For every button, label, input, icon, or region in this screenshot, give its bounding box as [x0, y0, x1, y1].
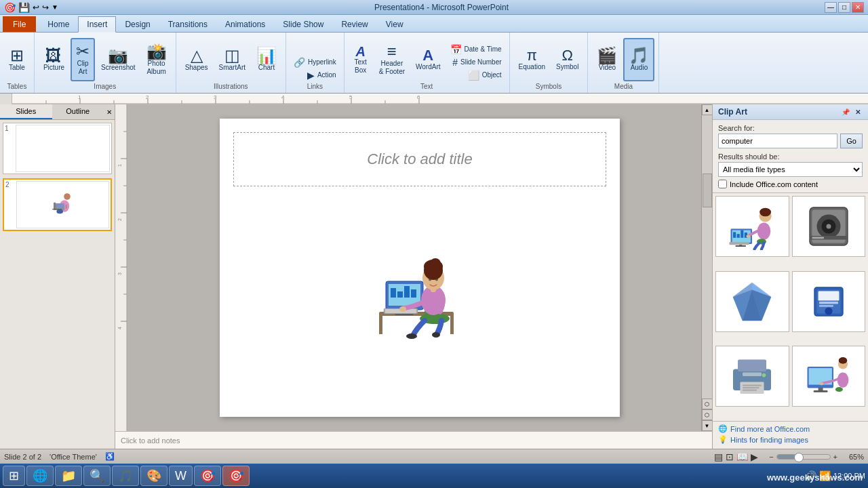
- tab-slideshow[interactable]: Slide Show: [274, 16, 332, 32]
- volume-icon[interactable]: 🔊: [805, 470, 816, 481]
- tab-review[interactable]: Review: [332, 16, 376, 32]
- insert-smartart-button[interactable]: ◫ SmartArt: [214, 38, 250, 81]
- slideshow-button[interactable]: ▶: [751, 451, 758, 462]
- scroll-down-button[interactable]: ▼: [702, 420, 713, 431]
- textbox-label: TextBox: [355, 58, 367, 75]
- include-office-checkbox[interactable]: [718, 180, 727, 188]
- search-input[interactable]: [718, 134, 837, 148]
- paint-button[interactable]: 🎨: [140, 466, 167, 486]
- insert-chart-button[interactable]: 📊 Chart: [252, 38, 281, 81]
- clipart-pin-button[interactable]: 📌: [840, 108, 852, 117]
- panel-close-button[interactable]: ✕: [104, 104, 115, 119]
- insert-hyperlink-button[interactable]: 🔗 Hyperlink: [290, 56, 340, 68]
- slide-sorter-button[interactable]: ⊡: [726, 451, 734, 462]
- normal-view-button[interactable]: ▤: [714, 451, 723, 462]
- quick-save[interactable]: 💾: [18, 2, 30, 13]
- quick-dropdown[interactable]: ▼: [52, 3, 58, 11]
- office-link[interactable]: 🌐 Find more at Office.com: [718, 424, 863, 433]
- ie-button[interactable]: 🌐: [26, 466, 54, 486]
- results-type-dropdown[interactable]: All media file types: [718, 162, 863, 177]
- tab-transitions[interactable]: Transitions: [159, 16, 216, 32]
- zoom-out-button[interactable]: −: [769, 453, 773, 461]
- symbol-icon: Ω: [562, 48, 573, 63]
- clipart-item-6[interactable]: [792, 346, 866, 407]
- header-label: Header& Footer: [379, 60, 405, 76]
- vertical-scrollbar[interactable]: ▲ ⬡ ⬡ ▼: [701, 104, 712, 431]
- zoom-slider[interactable]: [776, 454, 831, 460]
- close-button[interactable]: ✕: [852, 2, 864, 13]
- start-button[interactable]: ⊞: [3, 466, 25, 486]
- illustrations-group-label: Illustrations: [214, 83, 248, 90]
- main-area: Slides Outline ✕ 1 2: [0, 104, 868, 449]
- svg-rect-74: [730, 242, 749, 245]
- outline-tab[interactable]: Outline: [52, 104, 104, 119]
- scroll-resize-top[interactable]: ⬡: [702, 399, 713, 409]
- insert-audio-button[interactable]: 🎵 Audio: [623, 38, 654, 81]
- svg-rect-25: [66, 205, 66, 209]
- zoom-in-button[interactable]: +: [833, 453, 837, 461]
- word-button[interactable]: W: [169, 466, 193, 486]
- ribbon-group-links: 🔗 Hyperlink ▶ Action Links: [286, 33, 344, 93]
- insert-shapes-button[interactable]: △ Shapes: [180, 38, 213, 81]
- insert-textbox-button[interactable]: A TextBox: [349, 38, 373, 81]
- insert-video-button[interactable]: 🎬 Video: [592, 38, 622, 81]
- insert-clipart-button[interactable]: ✂ ClipArt: [71, 38, 95, 81]
- winamp-button[interactable]: 🎯: [194, 466, 221, 486]
- maximize-button[interactable]: □: [838, 2, 850, 13]
- tab-animations[interactable]: Animations: [216, 16, 274, 32]
- quick-undo[interactable]: ↩: [33, 3, 39, 12]
- scroll-resize-bottom[interactable]: ⬡: [702, 409, 713, 420]
- slide-thumb-2[interactable]: 2: [3, 178, 112, 231]
- insert-action-button[interactable]: ▶ Action: [290, 69, 340, 81]
- slides-tabs: Slides Outline ✕: [0, 104, 115, 120]
- title-placeholder[interactable]: Click to add title: [233, 132, 606, 186]
- zoom-level[interactable]: 65%: [840, 453, 864, 461]
- quick-redo[interactable]: ↪: [42, 3, 49, 12]
- zoom-thumb[interactable]: [794, 453, 804, 462]
- media-button[interactable]: 🎵: [112, 466, 139, 486]
- insert-slidenum-button[interactable]: # Slide Number: [447, 56, 505, 68]
- insert-photo-button[interactable]: 📸 PhotoAlbum: [142, 38, 172, 81]
- tab-view[interactable]: View: [377, 16, 412, 32]
- go-button[interactable]: Go: [840, 134, 863, 148]
- tab-design[interactable]: Design: [116, 16, 159, 32]
- insert-object-button[interactable]: ⬜ Object: [447, 69, 505, 81]
- tab-file[interactable]: File: [3, 16, 36, 32]
- insert-datetime-button[interactable]: 📅 Date & Time: [447, 43, 505, 56]
- reading-view-button[interactable]: 📖: [736, 451, 748, 462]
- explorer-button[interactable]: 📁: [55, 466, 82, 486]
- powerpoint-taskbar-button[interactable]: 🎯: [222, 466, 250, 486]
- tab-insert[interactable]: Insert: [78, 16, 116, 33]
- clipart-item-3[interactable]: [715, 271, 789, 332]
- scroll-up-button[interactable]: ▲: [702, 104, 713, 115]
- clipart-item-1[interactable]: [715, 196, 789, 257]
- search-button[interactable]: 🔍: [83, 466, 111, 486]
- insert-header-button[interactable]: ≡ Header& Footer: [374, 38, 410, 81]
- network-icon[interactable]: 📶: [819, 470, 831, 481]
- tab-home[interactable]: Home: [39, 16, 78, 32]
- clipart-item-2[interactable]: [792, 196, 866, 257]
- notes-bar[interactable]: Click to add notes: [115, 431, 712, 449]
- hints-link[interactable]: 💡 Hints for finding images: [718, 435, 863, 444]
- insert-screenshot-button[interactable]: 📷 Screenshot: [96, 38, 140, 81]
- images-content: 🖼 Picture ✂ ClipArt 📷 Screenshot 📸 Photo…: [39, 35, 172, 81]
- scroll-thumb[interactable]: [703, 174, 712, 207]
- hyperlink-label: Hyperlink: [308, 58, 336, 66]
- clipart-image[interactable]: [369, 241, 474, 346]
- slides-tab[interactable]: Slides: [0, 104, 52, 119]
- slide-canvas-area: Click to add title: [127, 104, 712, 431]
- svg-rect-47: [411, 289, 416, 298]
- insert-symbol-button[interactable]: Ω Symbol: [551, 38, 583, 81]
- insert-picture-button[interactable]: 🖼 Picture: [39, 38, 69, 81]
- accessibility-icon: ♿: [105, 452, 115, 461]
- insert-table-button[interactable]: ⊞ Table: [4, 38, 30, 81]
- minimize-button[interactable]: —: [825, 2, 837, 13]
- clipart-close-button[interactable]: ✕: [853, 108, 863, 117]
- insert-wordart-button[interactable]: A WordArt: [411, 38, 446, 81]
- clipart-item-4[interactable]: [792, 271, 866, 332]
- clipart-item-5[interactable]: [715, 346, 789, 407]
- svg-rect-111: [813, 390, 827, 392]
- slide-thumb-1[interactable]: 1: [3, 123, 112, 174]
- svg-rect-40: [379, 314, 382, 334]
- insert-equation-button[interactable]: π Equation: [514, 38, 550, 81]
